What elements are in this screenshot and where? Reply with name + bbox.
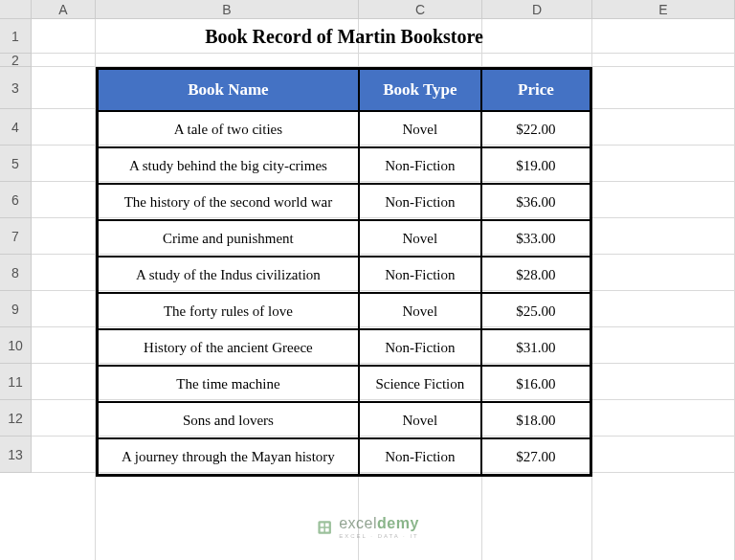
table-cell-price[interactable]: $22.00: [481, 111, 590, 147]
table-cell-price[interactable]: $36.00: [481, 184, 590, 220]
table-row: A journey through the Mayan historyNon-F…: [98, 438, 590, 475]
table-cell-price[interactable]: $33.00: [481, 220, 590, 257]
table-row: The time machineScience Fiction$16.00: [98, 366, 590, 402]
table-cell-type[interactable]: Novel: [359, 293, 481, 329]
column-header-c[interactable]: C: [359, 0, 482, 19]
table-row: Sons and loversNovel$18.00: [98, 402, 590, 438]
table-cell-price[interactable]: $19.00: [481, 147, 590, 184]
table-row: A study behind the big city-crimesNon-Fi…: [98, 147, 590, 184]
table-cell-price[interactable]: $31.00: [481, 329, 590, 366]
logo-icon: [316, 519, 333, 536]
row-header-4[interactable]: 4: [0, 109, 32, 146]
svg-rect-3: [321, 528, 324, 532]
table-cell-name[interactable]: The time machine: [98, 366, 359, 402]
select-all-corner[interactable]: [0, 0, 32, 19]
row-header-8[interactable]: 8: [0, 255, 32, 291]
table-cell-price[interactable]: $16.00: [481, 366, 590, 402]
table-cell-name[interactable]: History of the ancient Greece: [98, 329, 359, 366]
book-table: Book NameBook TypePriceA tale of two cit…: [96, 67, 592, 477]
table-cell-type[interactable]: Non-Fiction: [359, 257, 481, 293]
row-header-12[interactable]: 12: [0, 400, 32, 437]
table-cell-type[interactable]: Science Fiction: [359, 366, 481, 402]
row-header-9[interactable]: 9: [0, 291, 32, 327]
table-cell-price[interactable]: $18.00: [481, 402, 590, 438]
column-headers: ABCDE: [32, 0, 735, 19]
table-header-name[interactable]: Book Name: [98, 69, 359, 111]
svg-rect-1: [321, 524, 324, 527]
table-cell-name[interactable]: The history of the second world war: [98, 184, 359, 220]
watermark-text: exceldemy EXCEL · DATA · IT: [339, 516, 419, 539]
svg-rect-0: [318, 521, 331, 534]
table-cell-name[interactable]: The forty rules of love: [98, 293, 359, 329]
table-cell-name[interactable]: Sons and lovers: [98, 402, 359, 438]
row-header-3[interactable]: 3: [0, 67, 32, 109]
column-header-a[interactable]: A: [32, 0, 96, 19]
table-cell-name[interactable]: A study behind the big city-crimes: [98, 147, 359, 184]
cell-area[interactable]: Book Record of Martin BookstoreBook Name…: [32, 19, 735, 560]
table-row: The history of the second world warNon-F…: [98, 184, 590, 220]
column-header-e[interactable]: E: [592, 0, 735, 19]
row-header-7[interactable]: 7: [0, 218, 32, 255]
table-row: The forty rules of loveNovel$25.00: [98, 293, 590, 329]
watermark-brand: exceldemy: [339, 516, 419, 531]
table-cell-type[interactable]: Non-Fiction: [359, 329, 481, 366]
row-header-6[interactable]: 6: [0, 182, 32, 218]
row-header-13[interactable]: 13: [0, 437, 32, 473]
page-title: Book Record of Martin Bookstore: [96, 19, 592, 54]
table-cell-price[interactable]: $28.00: [481, 257, 590, 293]
table-cell-name[interactable]: A journey through the Mayan history: [98, 438, 359, 475]
table-cell-price[interactable]: $27.00: [481, 438, 590, 475]
row-headers: 12345678910111213: [0, 19, 32, 473]
table-cell-name[interactable]: Crime and punishment: [98, 220, 359, 257]
table-cell-type[interactable]: Novel: [359, 402, 481, 438]
column-header-d[interactable]: D: [482, 0, 592, 19]
row-header-11[interactable]: 11: [0, 364, 32, 400]
table-cell-type[interactable]: Novel: [359, 111, 481, 147]
table-cell-name[interactable]: A study of the Indus civilization: [98, 257, 359, 293]
svg-rect-4: [325, 528, 329, 532]
row-header-5[interactable]: 5: [0, 146, 32, 182]
table-cell-type[interactable]: Novel: [359, 220, 481, 257]
table-header-type[interactable]: Book Type: [359, 69, 481, 111]
column-header-b[interactable]: B: [96, 0, 359, 19]
table-row: A tale of two citiesNovel$22.00: [98, 111, 590, 147]
table-row: History of the ancient GreeceNon-Fiction…: [98, 329, 590, 366]
row-header-10[interactable]: 10: [0, 327, 32, 364]
watermark-tagline: EXCEL · DATA · IT: [339, 533, 419, 539]
row-header-2[interactable]: 2: [0, 54, 32, 67]
table-cell-name[interactable]: A tale of two cities: [98, 111, 359, 147]
table-cell-type[interactable]: Non-Fiction: [359, 147, 481, 184]
table-row: A study of the Indus civilizationNon-Fic…: [98, 257, 590, 293]
table-cell-price[interactable]: $25.00: [481, 293, 590, 329]
svg-rect-2: [325, 524, 329, 527]
table-cell-type[interactable]: Non-Fiction: [359, 184, 481, 220]
watermark: exceldemy EXCEL · DATA · IT: [316, 516, 419, 539]
spreadsheet: ABCDE 12345678910111213 Book Record of M…: [0, 0, 735, 560]
row-header-1[interactable]: 1: [0, 19, 32, 54]
table-header-price[interactable]: Price: [481, 69, 590, 111]
table-cell-type[interactable]: Non-Fiction: [359, 438, 481, 475]
table-row: Crime and punishmentNovel$33.00: [98, 220, 590, 257]
